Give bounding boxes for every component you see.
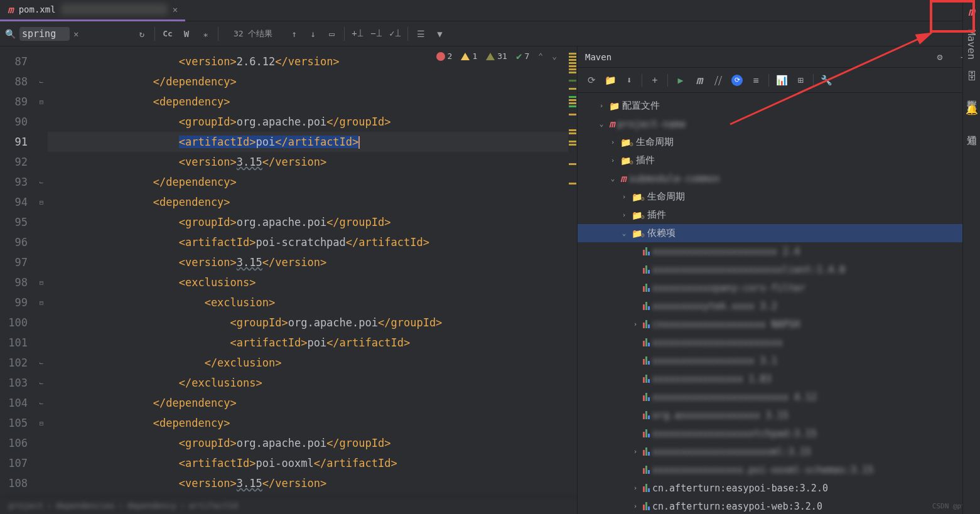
- fold-gutter[interactable]: ⌙⊟⌙⊟⊟⊟⌙⌙⌙⊟: [35, 46, 48, 496]
- reload-icon[interactable]: ⟳: [728, 72, 746, 89]
- maven-tree-item[interactable]: xxxxxxxxxytek.xxxx 3.2: [578, 297, 980, 315]
- breadcrumb-bar[interactable]: project › dependencies › dependency › ar…: [0, 496, 577, 514]
- reimport-icon[interactable]: ⟳: [583, 72, 600, 89]
- error-indicator[interactable]: 2: [436, 51, 453, 61]
- maven-tree-item[interactable]: ›📁⚙ 生命周期: [578, 133, 980, 151]
- code-editor[interactable]: <version>2.6.12</version> </dependency> …: [48, 46, 568, 496]
- maven-tree-item[interactable]: xxxxxxxxxxxxxxxxxxxxxxxlient:1.4.0: [578, 260, 980, 279]
- maven-tree-item[interactable]: ›📁⚙ 插件: [578, 151, 980, 169]
- maven-tree-item[interactable]: xxxxxxxxxxxxxxxx.poi-ooxml-schemas:3.15: [578, 461, 980, 479]
- code-line[interactable]: <version>3.15</version>: [48, 473, 568, 493]
- match-case-toggle[interactable]: Cc: [159, 25, 176, 43]
- maven-sidebar-icon[interactable]: m: [968, 5, 975, 18]
- clear-search-icon[interactable]: ✕: [73, 29, 78, 39]
- code-line[interactable]: <artifactId>poi-ooxml</artifactId>: [48, 453, 568, 473]
- dependency-icon: [643, 393, 650, 401]
- code-line[interactable]: <dependency>: [48, 192, 568, 212]
- prev-match-icon[interactable]: ↑: [285, 25, 303, 43]
- regex-toggle[interactable]: ⁎: [197, 25, 214, 43]
- code-line[interactable]: </dependency>: [48, 72, 568, 92]
- file-tab-pom[interactable]: m pom.xml ✕: [0, 0, 185, 21]
- maven-tree-item[interactable]: xxxxxxxxxxxxxxxxxxxxxxxx 4.12: [578, 388, 980, 406]
- code-line[interactable]: <groupId>org.apache.poi</groupId>: [48, 433, 568, 453]
- code-line[interactable]: <exclusion>: [48, 292, 568, 313]
- editor-tabs-bar: m pom.xml ✕ ⁞: [0, 0, 980, 21]
- maven-tree-item[interactable]: ⌄📁⚙ 依赖项: [578, 224, 980, 242]
- maven-tree-item[interactable]: ⌄m project-name: [578, 115, 980, 133]
- maven-tree-item[interactable]: xxxxxxxxxxxxxxxxxx 3.1: [578, 351, 980, 370]
- maven-tree-item[interactable]: ⌄m submodule-common: [578, 169, 980, 188]
- maven-tree-item[interactable]: ›📁⚙ 插件: [578, 206, 980, 224]
- refresh-search-icon[interactable]: ↻: [133, 25, 151, 43]
- ok-indicator[interactable]: ✔7: [516, 50, 529, 62]
- maven-tree-item[interactable]: xxxxxxxxxxxpany:cors-filter: [578, 279, 980, 297]
- code-line[interactable]: <groupId>org.apache.poi</groupId>: [48, 212, 568, 232]
- dependency-icon: [643, 302, 650, 310]
- execute-goal-icon[interactable]: m: [691, 72, 708, 89]
- code-line[interactable]: <version>3.15</version>: [48, 252, 568, 272]
- add-selection-icon[interactable]: +⟘: [348, 25, 366, 43]
- next-match-icon[interactable]: ↓: [304, 25, 321, 43]
- warning-low-indicator[interactable]: 31: [486, 51, 507, 61]
- dependency-icon: [643, 284, 650, 292]
- analyze-dependencies-icon[interactable]: 📊: [773, 72, 790, 89]
- maven-tool-window: Maven ⚙ — ⟳ 📁 ⬇ + ▶ m ⧸⧸ ⟳ ≡ 📊: [578, 46, 980, 514]
- code-line[interactable]: <artifactId>poi</artifactId>: [48, 132, 568, 152]
- maven-tree-item[interactable]: › cnxxxxxxxxxxxxxxxxxx NAPSH: [578, 315, 980, 333]
- maven-tree-item[interactable]: › cn.afterturn:easypoi-web:3.2.0: [578, 497, 980, 514]
- generate-sources-icon[interactable]: 📁: [601, 72, 619, 89]
- dependency-icon: [643, 484, 650, 492]
- maven-tree-item[interactable]: › cn.afterturn:easypoi-base:3.2.0: [578, 479, 980, 497]
- show-diagram-icon[interactable]: ⊞: [792, 72, 809, 89]
- gear-icon[interactable]: ⚙: [931, 48, 949, 66]
- error-stripe[interactable]: [568, 46, 577, 496]
- database-sidebar-icon[interactable]: 🗄: [966, 71, 977, 81]
- close-icon[interactable]: ✕: [173, 4, 178, 14]
- filter-list-icon[interactable]: ☰: [412, 25, 429, 43]
- maven-tree[interactable]: ›📁 配置文件⌄m project-name›📁⚙ 生命周期›📁⚙ 插件⌄m s…: [578, 93, 980, 514]
- line-number-gutter[interactable]: 8788899091929394959697989910010110210310…: [0, 46, 35, 496]
- dependency-icon: [643, 265, 650, 274]
- code-line[interactable]: <exclusions>: [48, 272, 568, 292]
- code-line[interactable]: </dependency>: [48, 393, 568, 413]
- code-line[interactable]: </dependency>: [48, 172, 568, 192]
- code-line[interactable]: <dependency>: [48, 92, 568, 112]
- inspections-widget[interactable]: 2 1 31 ✔7 ⌃ ⌄: [436, 50, 557, 62]
- run-icon[interactable]: ▶: [672, 72, 689, 89]
- maven-tree-item[interactable]: › xxxxxxxxxxxxxxxxxxxxxml:3.15: [578, 442, 980, 461]
- select-all-occurrences-icon[interactable]: ✓⟘: [386, 25, 404, 43]
- settings-icon[interactable]: 🔧: [817, 72, 835, 89]
- search-results-count: 32 个结果: [234, 28, 272, 40]
- code-line[interactable]: <groupId>org.apache.poi</groupId>: [48, 313, 568, 333]
- maven-tree-item[interactable]: xxxxxxxxxxxxxxxxxxtchpad:3.15: [578, 424, 980, 442]
- whole-word-toggle[interactable]: W: [178, 25, 195, 43]
- editor-pane: 2 1 31 ✔7 ⌃ ⌄ 87888990919293949596979899…: [0, 46, 578, 514]
- maven-tree-item[interactable]: xxxxxxxxxxxxxxxx 1.83: [578, 370, 980, 388]
- add-project-icon[interactable]: +: [646, 72, 664, 89]
- maven-module-icon: m: [609, 118, 615, 130]
- code-line[interactable]: <version>3.15</version>: [48, 152, 568, 172]
- maven-tree-item[interactable]: xxxxxxxxxxxxxxxxxxxxxx 2.4: [578, 242, 980, 260]
- show-effective-pom-icon[interactable]: ≡: [747, 72, 765, 89]
- chevron-up-icon[interactable]: ⌃: [538, 51, 543, 61]
- code-line[interactable]: <artifactId>poi</artifactId>: [48, 333, 568, 353]
- filter-icon[interactable]: ▼: [431, 25, 448, 43]
- maven-sidebar-label[interactable]: Maven: [966, 29, 977, 60]
- download-sources-icon[interactable]: ⬇: [620, 72, 638, 89]
- select-all-icon[interactable]: ▭: [323, 25, 340, 43]
- warning-high-indicator[interactable]: 1: [461, 51, 477, 61]
- maven-tree-item[interactable]: ›📁 配置文件: [578, 97, 980, 115]
- search-input[interactable]: [19, 27, 70, 41]
- chevron-down-icon[interactable]: ⌄: [552, 51, 557, 61]
- notifications-sidebar-icon[interactable]: 🔔: [966, 104, 977, 116]
- remove-selection-icon[interactable]: −⟘: [367, 25, 385, 43]
- code-line[interactable]: </exclusion>: [48, 353, 568, 373]
- code-line[interactable]: </exclusions>: [48, 373, 568, 393]
- maven-tree-item[interactable]: xxxxxxxxxxxxxxxxxxxxxxx: [578, 333, 980, 351]
- maven-tree-item[interactable]: ›📁⚙ 生命周期: [578, 188, 980, 206]
- code-line[interactable]: <artifactId>poi-scratchpad</artifactId>: [48, 232, 568, 252]
- maven-tree-item[interactable]: org.axxxxxxxxxxxxxx 3.15: [578, 406, 980, 424]
- code-line[interactable]: <dependency>: [48, 413, 568, 433]
- toggle-skip-tests-icon[interactable]: ⧸⧸: [709, 72, 727, 89]
- code-line[interactable]: <groupId>org.apache.poi</groupId>: [48, 112, 568, 132]
